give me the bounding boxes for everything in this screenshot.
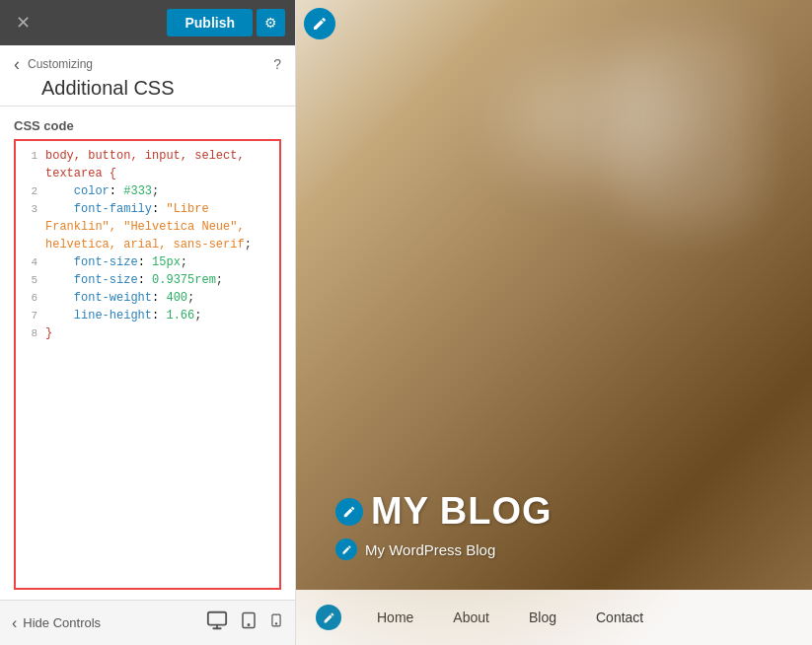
blog-title: MY BLOG	[371, 490, 553, 533]
line-number: 7	[20, 307, 37, 324]
hero-area: MY BLOG My WordPress Blog	[296, 0, 812, 590]
blog-subtitle-row: My WordPress Blog	[335, 538, 812, 560]
line-number: 1	[20, 147, 37, 165]
css-section: CSS code 1body, button, input, select, t…	[0, 107, 295, 600]
svg-point-4	[248, 624, 250, 626]
line-code: font-size: 15px;	[45, 253, 275, 271]
left-panel: ✕ Publish ⚙ ‹ Customizing ? Additional C…	[0, 0, 296, 645]
nav-items: HomeAboutBlogContact	[357, 609, 663, 626]
publish-area: Publish ⚙	[167, 9, 285, 36]
code-editor[interactable]: 1body, button, input, select, textarea {…	[14, 139, 281, 590]
breadcrumb-area: ‹ Customizing ? Additional CSS	[0, 45, 295, 107]
line-number: 5	[20, 271, 37, 289]
nav-item[interactable]: Home	[357, 609, 433, 625]
blog-subtitle: My WordPress Blog	[365, 541, 495, 558]
blog-title-edit-button[interactable]	[335, 498, 363, 526]
code-line: 3 font-family: "Libre Franklin", "Helvet…	[20, 200, 275, 253]
nav-bar: HomeAboutBlogContact	[296, 590, 812, 645]
line-code: font-size: 0.9375rem;	[45, 271, 275, 289]
blog-preview: MY BLOG My WordPress Blog HomeAboutBlogC…	[296, 0, 812, 645]
blog-subtitle-edit-button[interactable]	[335, 538, 357, 560]
edit-pencil-top-icon	[312, 16, 328, 32]
section-title: Additional CSS	[41, 77, 281, 100]
close-button[interactable]: ✕	[10, 10, 37, 36]
mobile-icon	[269, 609, 283, 631]
nav-edit-button[interactable]	[316, 605, 341, 630]
line-code: color: #333;	[45, 182, 275, 200]
line-code: font-family: "Libre Franklin", "Helvetic…	[45, 200, 275, 253]
code-line: 5 font-size: 0.9375rem;	[20, 271, 275, 289]
line-number: 3	[20, 200, 37, 218]
code-line: 6 font-weight: 400;	[20, 289, 275, 307]
css-label: CSS code	[0, 107, 295, 139]
tablet-icon	[240, 609, 258, 631]
nav-pencil-icon	[323, 611, 335, 624]
blog-subtitle-pencil-icon	[341, 544, 352, 555]
tablet-view-button[interactable]	[240, 609, 258, 636]
top-bar: ✕ Publish ⚙	[0, 0, 295, 45]
hide-controls-label: Hide Controls	[23, 615, 101, 630]
edit-pencil-top[interactable]	[304, 8, 335, 39]
svg-point-6	[275, 623, 276, 624]
hide-controls-arrow-icon: ‹	[12, 614, 17, 632]
bottom-bar: ‹ Hide Controls	[0, 600, 295, 645]
back-button[interactable]: ‹	[14, 55, 28, 73]
code-line: 2 color: #333;	[20, 182, 275, 200]
line-number: 4	[20, 253, 37, 271]
mobile-view-button[interactable]	[269, 609, 283, 636]
customizing-row: ‹ Customizing ?	[14, 55, 281, 73]
code-line: 4 font-size: 15px;	[20, 253, 275, 271]
line-code: }	[45, 324, 275, 342]
desktop-view-button[interactable]	[206, 609, 228, 636]
customizing-label: Customizing	[28, 57, 273, 71]
nav-item[interactable]: Blog	[509, 609, 576, 625]
svg-rect-0	[208, 612, 226, 625]
line-number: 2	[20, 182, 37, 200]
line-code: line-height: 1.66;	[45, 307, 275, 324]
code-line: 7 line-height: 1.66;	[20, 307, 275, 324]
nav-item[interactable]: Contact	[576, 609, 663, 625]
blog-title-row: MY BLOG	[335, 490, 812, 533]
line-number: 6	[20, 289, 37, 307]
view-icons	[206, 609, 283, 636]
hide-controls-button[interactable]: ‹ Hide Controls	[12, 614, 101, 632]
right-panel: MY BLOG My WordPress Blog HomeAboutBlogC…	[296, 0, 812, 645]
line-code: body, button, input, select, textarea {	[45, 147, 275, 182]
blog-title-pencil-icon	[342, 505, 356, 519]
publish-button[interactable]: Publish	[167, 9, 253, 36]
code-line: 1body, button, input, select, textarea {	[20, 147, 275, 182]
desktop-icon	[206, 609, 228, 631]
line-code: font-weight: 400;	[45, 289, 275, 307]
help-icon[interactable]: ?	[273, 56, 281, 72]
nav-item[interactable]: About	[433, 609, 509, 625]
line-number: 8	[20, 324, 37, 342]
settings-button[interactable]: ⚙	[257, 9, 285, 36]
code-line: 8}	[20, 324, 275, 342]
